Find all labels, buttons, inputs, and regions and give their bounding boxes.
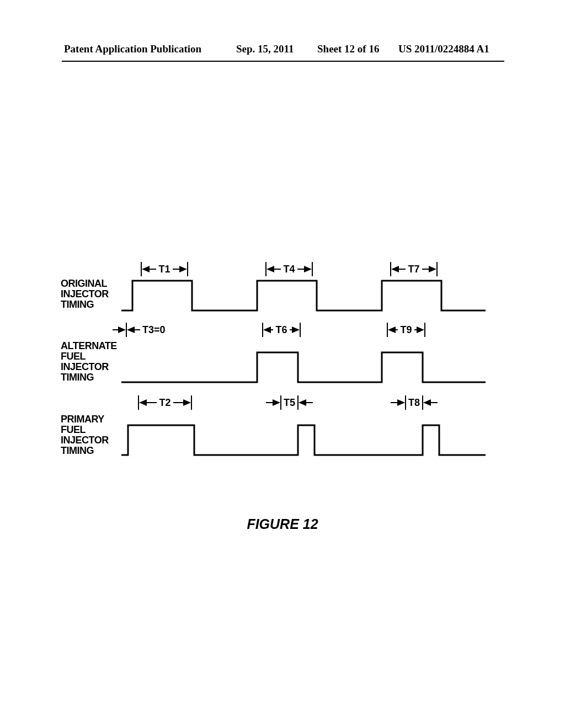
label-line: ORIGINAL — [61, 279, 109, 289]
waveform-primary — [121, 422, 486, 456]
label-line: TIMING — [61, 446, 109, 456]
label-line: INJECTOR — [61, 289, 109, 299]
row-label-primary: PRIMARY FUEL INJECTOR TIMING — [61, 414, 109, 456]
label-line: PRIMARY — [61, 414, 109, 425]
dim-t4-label: T4 — [281, 264, 297, 275]
header-date: Sep. 15, 2011 — [236, 43, 294, 55]
label-line: FUEL — [61, 425, 109, 435]
waveform-original — [121, 277, 486, 312]
label-line: INJECTOR — [61, 362, 117, 372]
dim-t6: T6 — [256, 323, 307, 337]
label-line: INJECTOR — [61, 435, 109, 446]
waveform-alternate — [121, 349, 486, 383]
dim-t5-label: T5 — [281, 397, 297, 409]
figure-caption: FIGURE 12 — [0, 516, 565, 532]
header-publication-number: US 2011/0224884 A1 — [398, 43, 489, 55]
header-sheet: Sheet 12 of 16 — [317, 43, 379, 55]
dim-t6-label: T6 — [273, 324, 289, 336]
dim-t1-label: T1 — [156, 264, 172, 275]
header-rule — [62, 61, 504, 62]
dim-t7: T7 — [381, 262, 447, 276]
dim-t9-label: T9 — [398, 324, 414, 336]
dim-t9: T9 — [381, 323, 431, 337]
dim-t8-label: T8 — [406, 397, 422, 409]
dim-t1: T1 — [131, 262, 198, 276]
dim-t2-label: T2 — [157, 397, 173, 409]
dim-t3-label: T3=0 — [140, 324, 168, 336]
page: Patent Application Publication Sep. 15, … — [0, 0, 565, 728]
dim-t4: T4 — [256, 262, 322, 276]
dim-t3: T3=0 — [113, 323, 168, 337]
row-label-alternate: ALTERNATE FUEL INJECTOR TIMING — [61, 341, 117, 383]
label-line: ALTERNATE — [61, 341, 117, 351]
timing-diagram: ORIGINAL INJECTOR TIMING T1 T4 T7 — [61, 262, 504, 516]
label-line: TIMING — [61, 299, 109, 310]
row-label-original: ORIGINAL INJECTOR TIMING — [61, 279, 109, 310]
dim-t5: T5 — [266, 395, 313, 410]
dim-t7-label: T7 — [406, 264, 422, 275]
label-line: TIMING — [61, 372, 117, 383]
header-publication-label: Patent Application Publication — [64, 43, 201, 55]
dim-t2: T2 — [127, 395, 203, 410]
label-line: FUEL — [61, 351, 117, 362]
dim-t8: T8 — [391, 395, 438, 410]
